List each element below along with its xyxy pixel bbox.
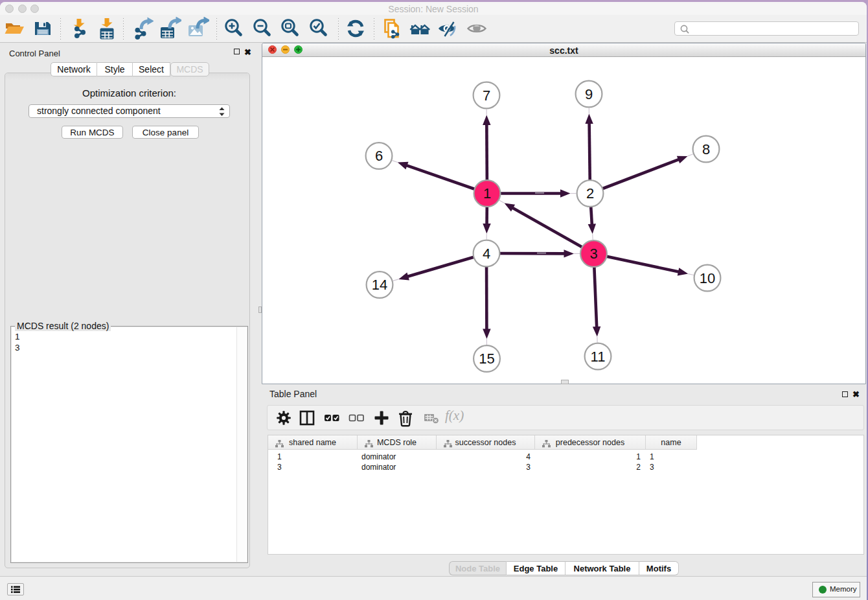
svg-text:3: 3 bbox=[589, 246, 597, 262]
svg-text:10: 10 bbox=[700, 270, 715, 286]
svg-text:7: 7 bbox=[483, 87, 490, 104]
svg-text:1: 1 bbox=[483, 185, 491, 202]
svg-text:4: 4 bbox=[483, 246, 490, 262]
svg-text:15: 15 bbox=[479, 351, 494, 367]
svg-text:11: 11 bbox=[591, 349, 606, 365]
svg-text:6: 6 bbox=[375, 148, 383, 164]
svg-text:14: 14 bbox=[372, 277, 387, 293]
svg-text:8: 8 bbox=[702, 141, 710, 157]
svg-text:9: 9 bbox=[585, 86, 593, 102]
svg-text:2: 2 bbox=[586, 185, 594, 202]
